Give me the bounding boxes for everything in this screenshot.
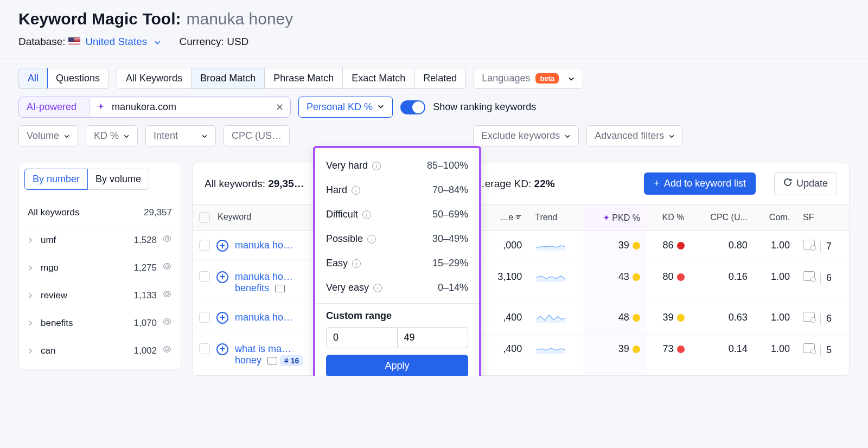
group-all-keywords[interactable]: All keywords 29,357 (19, 200, 181, 226)
group-count: 1,070 (133, 318, 157, 329)
row-checkbox[interactable] (199, 343, 210, 354)
level-range: 30–49% (432, 233, 468, 245)
row-checkbox[interactable] (199, 271, 210, 282)
add-keyword-icon[interactable]: + (216, 240, 228, 252)
info-icon[interactable]: i (352, 186, 360, 195)
col-volume[interactable]: …e (500, 213, 513, 222)
col-cpc[interactable]: CPC (U... (691, 204, 754, 231)
database-selector[interactable]: Database: United States (18, 36, 161, 48)
eye-icon[interactable] (162, 317, 172, 329)
col-kd[interactable]: KD % (647, 204, 691, 231)
languages-dropdown[interactable]: Languages beta (474, 68, 583, 89)
tab-questions[interactable]: Questions (47, 68, 108, 88)
kd-level-option[interactable]: Difficult i50–69% (315, 202, 479, 227)
eye-icon[interactable] (162, 261, 172, 274)
sf-cell: 5 (796, 335, 849, 375)
tab-related[interactable]: Related (414, 68, 465, 88)
level-range: 15–29% (432, 258, 468, 269)
kd-level-option[interactable]: Easy i15–29% (315, 251, 479, 276)
serp-preview-icon[interactable] (803, 271, 815, 281)
col-pkd[interactable]: PKD % (612, 213, 640, 222)
ai-powered-label: AI-powered (19, 97, 84, 117)
add-to-keyword-list-button[interactable]: + Add to keyword list (644, 172, 756, 195)
show-ranking-toggle[interactable] (400, 100, 425, 114)
clear-icon[interactable]: ✕ (276, 101, 284, 113)
volume-cell: 3,100 (481, 263, 528, 303)
eye-icon[interactable] (162, 234, 172, 246)
group-item[interactable]: benefits 1,070 (19, 309, 181, 337)
difficulty-dot-icon (677, 314, 685, 322)
tab-all-keywords[interactable]: All Keywords (117, 68, 192, 88)
info-icon[interactable]: i (373, 284, 382, 292)
kd-level-option[interactable]: Very easy i0–14% (315, 276, 479, 300)
tab-exact-match[interactable]: Exact Match (343, 68, 414, 88)
add-keyword-icon[interactable]: + (216, 271, 228, 283)
group-name: benefits (41, 318, 128, 329)
info-icon[interactable]: i (352, 259, 361, 268)
group-item[interactable]: mgo 1,275 (19, 254, 181, 281)
apply-button[interactable]: Apply (326, 355, 468, 376)
add-keyword-icon[interactable]: + (216, 312, 228, 324)
cpc-label: CPC (US… (232, 130, 282, 142)
domain-chip[interactable]: manukora.com ✕ (90, 98, 290, 117)
eye-icon[interactable] (162, 344, 172, 357)
group-name: All keywords (28, 207, 138, 218)
serp-preview-icon[interactable] (803, 343, 815, 353)
advanced-filters[interactable]: Advanced filters (586, 125, 683, 146)
refresh-icon (783, 178, 792, 189)
tab-by-volume[interactable]: By volume (88, 169, 149, 190)
keyword-link[interactable]: manuka ho… (235, 240, 293, 251)
keyword-groups-panel: By number By volume All keywords 29,357 … (18, 163, 181, 369)
update-button[interactable]: Update (774, 172, 837, 195)
keyword-link[interactable]: manuka ho…benefits (235, 271, 293, 294)
col-com[interactable]: Com. (754, 204, 796, 231)
group-item[interactable]: review 1,133 (19, 281, 181, 309)
keyword-link[interactable]: manuka ho… (235, 312, 293, 323)
col-keyword[interactable]: Keyword (218, 212, 251, 221)
personal-kd-dropdown[interactable]: Personal KD % (298, 97, 393, 118)
tab-broad-match[interactable]: Broad Match (192, 68, 265, 88)
tab-by-number[interactable]: By number (24, 169, 88, 190)
serp-features-icon (267, 357, 277, 364)
kd-filter[interactable]: KD % (86, 125, 138, 146)
info-icon[interactable]: i (372, 162, 381, 170)
volume-filter[interactable]: Volume (18, 125, 78, 146)
group-count: 1,528 (133, 235, 157, 246)
col-sf[interactable]: SF (796, 204, 849, 231)
level-range: 85–100% (427, 160, 468, 171)
tab-all[interactable]: All (18, 68, 48, 89)
custom-range-to-input[interactable] (398, 327, 469, 348)
kd-cell: 73 (647, 335, 691, 375)
pkd-cell: 39 (583, 231, 647, 263)
custom-range-from-input[interactable] (326, 327, 398, 348)
chevron-right-icon (28, 263, 35, 273)
add-keyword-icon[interactable]: + (216, 343, 228, 355)
match-type-tabs: All Keywords Broad Match Phrase Match Ex… (117, 68, 466, 89)
eye-icon[interactable] (162, 289, 172, 302)
level-name: Very hard (326, 160, 368, 171)
select-all-checkbox[interactable] (199, 212, 210, 223)
kd-level-option[interactable]: Possible i30–49% (315, 227, 479, 251)
row-checkbox[interactable] (199, 240, 210, 251)
sparkle-icon: ✦ (603, 213, 610, 222)
info-icon[interactable]: i (367, 235, 376, 244)
kd-level-option[interactable]: Very hard i85–100% (315, 153, 479, 178)
tab-phrase-match[interactable]: Phrase Match (265, 68, 343, 88)
kd-cell: 86 (647, 231, 691, 263)
level-name: Very easy (326, 282, 369, 293)
group-item[interactable]: can 1,002 (19, 337, 181, 364)
exclude-keywords-filter[interactable]: Exclude keywords (473, 125, 579, 146)
row-checkbox[interactable] (199, 312, 210, 323)
kd-level-option[interactable]: Hard i70–84% (315, 178, 479, 202)
serp-preview-icon[interactable] (803, 312, 815, 322)
info-icon[interactable]: i (362, 210, 371, 219)
intent-filter[interactable]: Intent (145, 125, 216, 146)
keywords-table: Keyword …e Trend ✦ PKD % KD % CPC (U... … (193, 204, 849, 375)
col-trend[interactable]: Trend (528, 204, 583, 231)
keyword-link[interactable]: what is ma…honey # 16 (235, 343, 303, 366)
group-item[interactable]: umf 1,528 (19, 226, 181, 254)
trend-cell (528, 263, 583, 303)
cpc-filter[interactable]: CPC (US… (224, 125, 290, 146)
serp-preview-icon[interactable] (803, 240, 815, 249)
chevron-right-icon (28, 235, 35, 246)
